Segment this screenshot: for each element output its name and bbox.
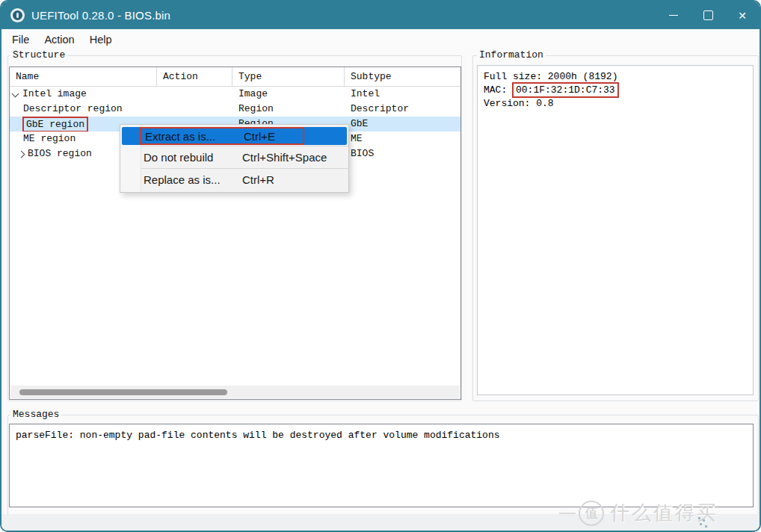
column-header-name[interactable]: Name (10, 67, 157, 86)
close-button[interactable]: ✕ (725, 1, 760, 29)
messages-panel[interactable]: parseFile: non-empty pad-file contents w… (9, 424, 754, 507)
message-line: parseFile: non-empty pad-file contents w… (16, 430, 753, 441)
menu-item-do-not-rebuild[interactable]: Do not rebuild Ctrl+Shift+Space (120, 146, 348, 168)
tree-row-intel-image[interactable]: Intel image Image Intel (10, 87, 460, 102)
column-header-subtype[interactable]: Subtype (345, 67, 460, 86)
gbe-annotation-box: GbE region (22, 117, 88, 132)
minimize-button[interactable] (656, 1, 691, 29)
scrollbar-thumb[interactable] (19, 389, 227, 395)
shortcut-label: Ctrl+R (242, 173, 274, 186)
information-panel[interactable]: Full size: 2000h (8192) MAC: 00:1F:32:1D… (477, 65, 754, 395)
shortcut-label: Ctrl+Shift+Space (242, 151, 327, 164)
mac-value: 00:1F:32:1D:C7:33 (516, 84, 615, 96)
app-icon (10, 8, 25, 22)
chevron-down-icon[interactable] (12, 90, 19, 97)
close-icon: ✕ (738, 10, 747, 22)
messages-group-label: Messages (10, 409, 61, 420)
maximize-button[interactable] (691, 1, 725, 29)
shortcut-label: Ctrl+E (244, 130, 275, 143)
chevron-right-icon[interactable] (18, 150, 25, 158)
tree-header: Name Action Type Subtype (10, 67, 460, 87)
horizontal-scrollbar[interactable] (10, 386, 460, 398)
menu-help[interactable]: Help (82, 31, 120, 48)
watermark-badge-icon: 值 (579, 501, 604, 526)
smzdm-watermark: 值 什么值得买 (559, 500, 718, 526)
column-header-type[interactable]: Type (232, 67, 345, 86)
menu-action[interactable]: Action (37, 31, 81, 48)
menu-file[interactable]: File (4, 31, 37, 48)
menu-item-replace-as-is[interactable]: Replace as is... Ctrl+R (120, 169, 348, 191)
minimize-icon (669, 15, 678, 16)
information-group-label: Information (477, 49, 546, 61)
menu-item-extract-as-is[interactable]: Extract as is... Ctrl+E (122, 127, 347, 145)
info-mac: MAC: 00:1F:32:1D:C7:33 (484, 84, 753, 97)
tree-row-descriptor-region[interactable]: Descriptor region Region Descriptor (10, 102, 460, 117)
app-window: UEFITool 0.28.0 - BIOS.bin ✕ File Action… (0, 0, 761, 532)
maximize-icon (703, 10, 713, 20)
menu-bar: File Action Help (1, 29, 760, 49)
window-title: UEFITool 0.28.0 - BIOS.bin (31, 9, 170, 22)
structure-tree[interactable]: Name Action Type Subtype Intel image Ima… (9, 66, 461, 400)
structure-group-label: Structure (10, 49, 67, 61)
watermark-dots-icon (698, 517, 709, 529)
info-version: Version: 0.8 (484, 97, 753, 111)
column-header-action[interactable]: Action (157, 67, 232, 86)
title-bar: UEFITool 0.28.0 - BIOS.bin ✕ (1, 1, 760, 29)
mac-annotation-box: 00:1F:32:1D:C7:33 (512, 82, 619, 98)
watermark-dash (559, 513, 576, 514)
context-menu: Extract as is... Ctrl+E Do not rebuild C… (120, 124, 349, 193)
